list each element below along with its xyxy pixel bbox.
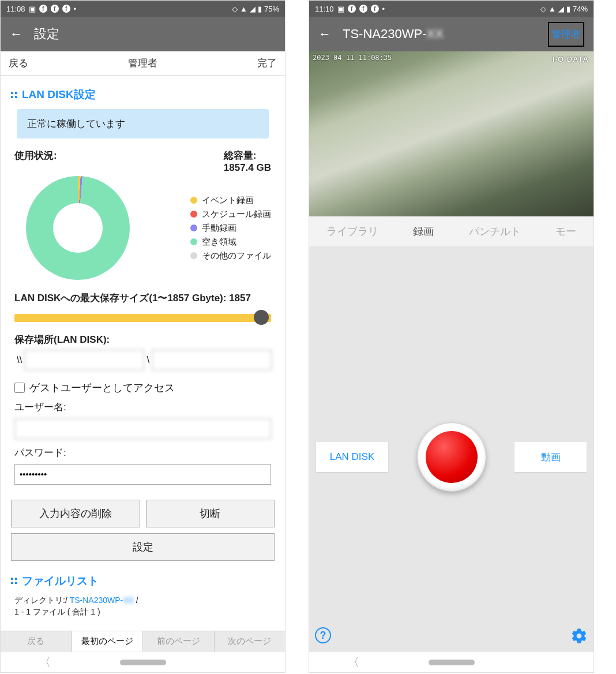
status-bar: 11:08 ▣ f f f • ◇ ▲ ◢ ▮ 75% [1,1,285,17]
camera-timestamp: 2023-04-11 11:08:35 [313,54,392,62]
video-button[interactable]: 動画 [514,442,587,472]
total-value: 1857.4 GB [224,162,271,174]
admin-button[interactable]: 管理者 [548,22,584,47]
path-share-input[interactable] [152,350,272,370]
username-label: ユーザー名: [14,400,271,414]
facebook-icon: f [39,5,47,13]
wifi-icon: ▲ [240,5,247,13]
disconnect-button[interactable]: 切断 [146,500,275,527]
section-filelist-title: ファイルリスト [11,574,275,589]
guest-access-checkbox[interactable] [14,383,25,393]
camera-logo: I·O DATA [553,55,589,63]
settings-gear-icon[interactable] [570,627,588,647]
wifi-icon: ◇ [540,5,546,13]
clear-input-button[interactable]: 入力内容の削除 [11,500,140,527]
tab-pantilt[interactable]: パンチルト [469,224,521,238]
legend-dot-free [190,238,197,245]
chart-legend: イベント録画 スケジュール録画 手動録画 空き領域 その他のファイル [190,192,271,264]
pager-next[interactable]: 次のページ [215,631,286,651]
nav-pill[interactable] [429,660,475,665]
back-arrow-icon[interactable]: ← [10,27,22,42]
pager-first[interactable]: 最初のページ [72,631,144,651]
subbar-title: 管理者 [128,57,157,70]
facebook-icon: f [371,5,379,13]
save-location-label: 保存場所(LAN DISK): [14,333,271,346]
app-bar: ← TS-NA230WP-XX 管理者 [309,17,594,51]
legend-dot-other [190,252,197,259]
content-area: LAN DISK設定 正常に稼働しています 使用状況: 総容量: 1857.4 … [1,76,285,631]
total-label: 総容量: [224,149,271,162]
max-save-size-label: LAN DISKへの最大保存サイズ(1〜1857 Gbyte): 1857 [14,291,271,305]
directory-link[interactable]: TS-NA230WP-XX [70,596,134,605]
path-host-input[interactable] [24,350,144,370]
image-icon: ▣ [29,5,36,13]
battery-icon: ▮ [258,5,262,13]
password-input[interactable] [14,464,271,485]
nav-pill[interactable] [120,660,166,665]
pager-prev[interactable]: 前のページ [143,631,215,651]
section-lan-disk-title: LAN DISK設定 [11,87,275,102]
dot-icon: • [74,5,77,13]
legend-dot-event [190,197,197,204]
nav-back-icon[interactable]: 〈 [39,654,51,670]
tab-library[interactable]: ライブラリ [326,224,378,238]
wifi-icon: ▲ [549,5,556,13]
nav-back-icon[interactable]: 〈 [348,654,359,670]
max-save-size-slider[interactable] [14,309,271,323]
battery-icon: ▮ [566,5,570,13]
camera-preview[interactable]: 2023-04-11 11:08:35 I·O DATA [309,51,594,216]
pager-back[interactable]: 戻る [1,631,72,651]
legend-dot-manual [190,224,197,231]
camera-tabs: ライブラリ 録画 パンチルト モー [309,216,594,246]
status-message: 正常に稼働しています [17,109,269,138]
dot-icon: • [382,5,385,13]
help-icon[interactable]: ? [315,627,331,643]
tab-more[interactable]: モー [555,224,576,238]
wifi-icon: ◇ [232,5,238,13]
image-icon: ▣ [337,5,344,13]
legend-dot-schedule [190,211,197,218]
record-button[interactable] [417,422,486,492]
signal-icon: ◢ [558,5,564,13]
battery-pct: 75% [264,5,279,13]
facebook-icon: f [62,5,70,13]
right-phone: 11:10 ▣ f f f • ◇ ▲ ◢ ▮ 74% ← TS-NA230WP… [309,0,594,673]
subbar-back-button[interactable]: 戻る [9,57,28,70]
android-nav-bar: 〈 [1,651,285,672]
status-time: 11:10 [315,5,334,13]
signal-icon: ◢ [250,5,256,13]
facebook-icon: f [359,5,367,13]
usage-label: 使用状況: [14,149,57,162]
status-time: 11:08 [6,5,25,13]
facebook-icon: f [51,5,59,13]
file-count: 1 - 1 ファイル ( 合計 1 ) [14,607,271,617]
left-phone: 11:08 ▣ f f f • ◇ ▲ ◢ ▮ 75% ← 設定 戻る 管理者 … [0,0,286,673]
back-arrow-icon[interactable]: ← [318,27,331,42]
tab-record[interactable]: 録画 [413,224,434,238]
android-nav-bar: 〈 [309,651,594,672]
usage-donut-chart [26,176,130,280]
facebook-icon: f [348,5,356,13]
password-label: パスワード: [14,446,271,459]
app-title: TS-NA230WP-XX [343,27,444,42]
battery-pct: 74% [573,5,588,13]
camera-body: LAN DISK 動画 ? [309,246,594,651]
app-bar: ← 設定 [1,17,285,51]
app-title: 設定 [34,25,59,43]
directory-path: ディレクトリ:/ TS-NA230WP-XX / [14,596,271,606]
pager: 戻る 最初のページ 前のページ 次のページ [1,631,285,651]
lan-disk-button[interactable]: LAN DISK [316,442,388,472]
sub-bar: 戻る 管理者 完了 [1,51,285,76]
username-input[interactable] [14,418,271,439]
status-bar: 11:10 ▣ f f f • ◇ ▲ ◢ ▮ 74% [309,1,594,17]
settings-button[interactable]: 設定 [11,533,275,561]
subbar-done-button[interactable]: 完了 [257,57,277,70]
guest-access-label: ゲストユーザーとしてアクセス [29,381,175,395]
